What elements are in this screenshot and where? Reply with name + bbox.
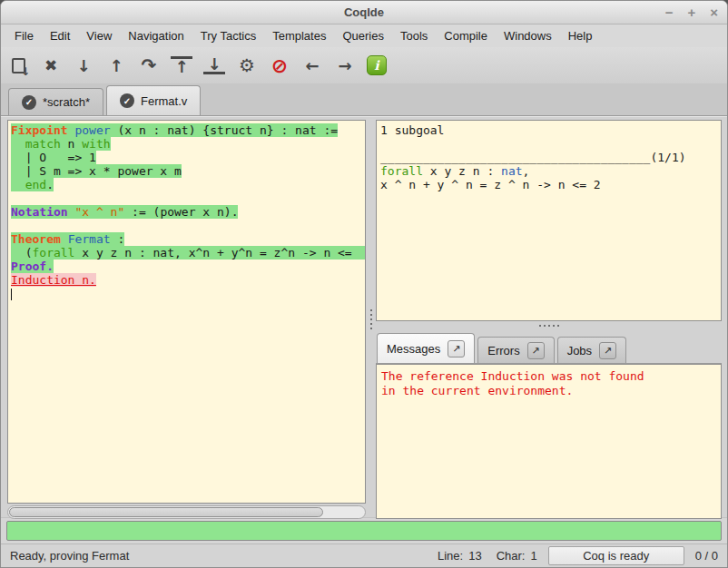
menu-item-templates[interactable]: Templates	[264, 26, 334, 45]
code-line: (forall x y z n : nat, x^n + y^n = z^n -…	[11, 246, 365, 260]
maximize-button[interactable]: +	[687, 5, 695, 19]
code-segment: :	[111, 232, 125, 246]
progress-bar	[6, 521, 722, 541]
grip-dot	[557, 325, 559, 327]
code-line: x ^ n + y ^ n = z ^ n -> n <= 2	[380, 178, 721, 191]
menu-item-help[interactable]: Help	[560, 26, 601, 45]
code-line: 1 subgoal	[380, 123, 721, 137]
coq-state-text: Coq is ready	[583, 549, 649, 563]
step-backward-icon[interactable]: ↑	[105, 54, 127, 76]
code-segment: nat	[501, 164, 522, 178]
goals-pane[interactable]: 1 subgoal_______________________________…	[376, 120, 722, 321]
grip-dot	[544, 325, 546, 327]
toolbar: ✖↓↑↷↑↓⚙⊘←→i	[1, 47, 727, 83]
highlight-span: Theorem Fermat :	[11, 232, 124, 246]
code-segment: forall	[32, 246, 74, 260]
code-segment: end	[25, 178, 46, 191]
horizontal-scrollbar[interactable]	[7, 505, 366, 519]
script-editor[interactable]: Fixpoint power (x n : nat) {struct n} : …	[7, 120, 366, 504]
code-line	[11, 191, 365, 205]
next-icon[interactable]: →	[334, 54, 356, 76]
code-segment: := (power x n).	[124, 205, 238, 219]
code-line: match n with	[11, 137, 365, 151]
menu-item-try-tactics[interactable]: Try Tactics	[192, 26, 264, 45]
code-segment: x ^ n + y ^ n = z ^ n -> n <= 2	[380, 178, 601, 191]
go-to-cursor-icon[interactable]: ↷	[138, 54, 160, 76]
panel-tab-messages[interactable]: Messages↗	[377, 333, 475, 363]
code-segment: "x ^ n"	[74, 205, 124, 219]
tab-fermatv[interactable]: ✓Fermat.v	[106, 85, 201, 115]
highlight-span: end.	[11, 178, 54, 191]
titlebar[interactable]: CoqIde −+×	[1, 1, 727, 24]
menubar: FileEditViewNavigationTry TacticsTemplat…	[1, 24, 727, 47]
code-segment: ,	[523, 164, 530, 178]
session-area: Fixpoint power (x n : nat) {struct n} : …	[1, 116, 727, 517]
code-segment: 1 subgoal	[380, 123, 444, 137]
highlight-span: | O => 1	[11, 151, 96, 164]
code-line: | O => 1	[11, 151, 365, 164]
close-button[interactable]: ×	[710, 5, 718, 19]
highlight-span: | S m => x * power x m	[11, 164, 182, 178]
close-buffer-icon[interactable]: ✖	[40, 54, 62, 76]
code-segment: Notation	[11, 205, 68, 219]
detach-icon[interactable]: ↗	[448, 340, 465, 357]
restart-icon[interactable]: ↑	[171, 56, 192, 74]
interrupt-icon[interactable]: ⊘	[269, 54, 290, 76]
tab-scratch[interactable]: ✓*scratch*	[8, 88, 103, 115]
code-line: Notation "x ^ n" := (power x n).	[11, 205, 365, 219]
code-segment: Proof.	[11, 260, 54, 273]
grip-dot	[548, 325, 550, 327]
about-icon[interactable]: i	[367, 55, 387, 75]
code-segment	[11, 178, 25, 191]
code-segment: match	[25, 137, 61, 151]
code-segment: with	[82, 137, 110, 151]
menu-item-windows[interactable]: Windows	[496, 26, 560, 45]
scrollbar-thumb[interactable]	[9, 507, 323, 517]
char-value: 1	[530, 549, 536, 563]
highlight-span: Fixpoint power (x n : nat) {struct n} : …	[11, 123, 338, 137]
menu-item-queries[interactable]: Queries	[334, 26, 392, 45]
panel-tab-jobs[interactable]: Jobs↗	[557, 337, 626, 363]
highlight-span: match n with	[11, 137, 111, 151]
grip-dot	[370, 309, 372, 311]
menu-item-tools[interactable]: Tools	[392, 26, 436, 45]
previous-icon[interactable]: ←	[301, 54, 323, 76]
window-title: CoqIde	[344, 5, 384, 19]
code-segment	[61, 232, 68, 246]
menu-item-compile[interactable]: Compile	[436, 26, 496, 45]
fully-check-icon[interactable]: ⚙	[236, 54, 258, 76]
save-icon[interactable]	[12, 58, 25, 73]
grip-dot	[370, 323, 372, 325]
highlight-span: Induction n.	[11, 273, 96, 287]
step-forward-icon[interactable]: ↓	[73, 54, 94, 76]
grip-dot	[553, 325, 555, 327]
detach-icon[interactable]: ↗	[527, 342, 545, 359]
messages-pane[interactable]: The reference Induction was not foundin …	[376, 364, 722, 519]
grip-dot	[370, 318, 372, 320]
line-value: 13	[468, 549, 481, 563]
menu-item-view[interactable]: View	[78, 26, 120, 45]
menu-item-navigation[interactable]: Navigation	[120, 26, 192, 45]
line-label: Line:	[438, 549, 463, 563]
highlight-span: Notation "x ^ n" := (power x n).	[11, 205, 238, 219]
code-segment: (x n : nat) {struct n} : nat :=	[111, 123, 338, 137]
horizontal-splitter[interactable]	[376, 321, 722, 330]
minimize-button[interactable]: −	[665, 5, 674, 19]
code-line: Theorem Fermat :	[11, 232, 365, 246]
vertical-splitter[interactable]	[366, 120, 376, 519]
menu-item-edit[interactable]: Edit	[42, 26, 78, 45]
code-segment: power	[74, 123, 110, 137]
detach-icon[interactable]: ↗	[599, 342, 616, 359]
panel-tab-errors[interactable]: Errors↗	[477, 337, 554, 363]
go-to-end-icon[interactable]: ↓	[203, 56, 225, 74]
code-segment: (	[11, 246, 32, 260]
worker-count: 0 / 0	[695, 549, 718, 563]
status-right: Line: 13 Char: 1 Coq is ready 0 / 0	[438, 546, 718, 565]
window-controls: −+×	[665, 1, 718, 24]
code-segment: Induction n.	[11, 273, 96, 287]
progress-zone	[1, 517, 727, 544]
code-line	[380, 137, 721, 151]
message-line: in the current environment.	[381, 384, 721, 398]
menu-item-file[interactable]: File	[6, 26, 42, 45]
code-line: Induction n.	[11, 273, 365, 287]
